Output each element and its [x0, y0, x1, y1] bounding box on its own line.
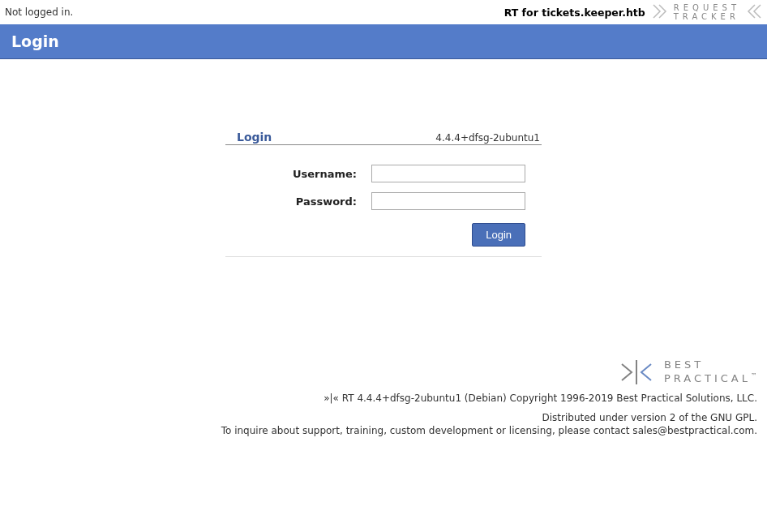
bp-logo-text: BEST PRACTICAL™ [664, 359, 757, 384]
login-box-title: Login [225, 131, 272, 144]
topbar-right: RT for tickets.keeper.htb REQUEST TRACKE… [504, 2, 762, 23]
password-label: Password: [296, 195, 357, 208]
bp-line1: BEST [664, 359, 757, 371]
login-button[interactable]: Login [472, 223, 525, 247]
submit-row: Login [242, 223, 525, 247]
footer-copyright: »|« RT 4.4.4+dfsg-2ubuntu1 (Debian) Copy… [221, 393, 757, 404]
login-box-version: 4.4.4+dfsg-2ubuntu1 [435, 132, 542, 144]
chevron-left-icon [743, 2, 762, 23]
password-row: Password: [242, 192, 525, 210]
logo-line2: TRACKER [674, 12, 740, 21]
footer-contact: To inquire about support, training, cust… [221, 425, 757, 436]
username-input[interactable] [371, 165, 525, 182]
username-row: Username: [242, 165, 525, 182]
bp-line2: PRACTICAL™ [664, 371, 757, 384]
login-area: Login 4.4.4+dfsg-2ubuntu1 Username: Pass… [0, 59, 767, 257]
footer-license: Distributed under version 2 of the GNU G… [221, 412, 757, 423]
request-tracker-logo: REQUEST TRACKER [652, 2, 762, 23]
password-input[interactable] [371, 192, 525, 210]
bp-chevron-icon [619, 358, 656, 386]
footer: BEST PRACTICAL™ »|« RT 4.4.4+dfsg-2ubunt… [221, 358, 757, 436]
page-title-bar: Login [0, 24, 767, 59]
rt-for-text: RT for tickets.keeper.htb [504, 6, 645, 19]
login-box-header: Login 4.4.4+dfsg-2ubuntu1 [225, 131, 542, 145]
chevron-right-icon [652, 2, 671, 23]
logo-line1: REQUEST [674, 3, 740, 12]
login-form: Username: Password: Login [225, 145, 542, 257]
logo-text: REQUEST TRACKER [674, 3, 740, 21]
username-label: Username: [293, 168, 357, 180]
best-practical-logo: BEST PRACTICAL™ [221, 358, 757, 386]
not-logged-in-text: Not logged in. [5, 6, 73, 18]
topbar: Not logged in. RT for tickets.keeper.htb… [0, 0, 767, 24]
page-title: Login [11, 32, 59, 50]
login-box: Login 4.4.4+dfsg-2ubuntu1 Username: Pass… [225, 131, 542, 257]
